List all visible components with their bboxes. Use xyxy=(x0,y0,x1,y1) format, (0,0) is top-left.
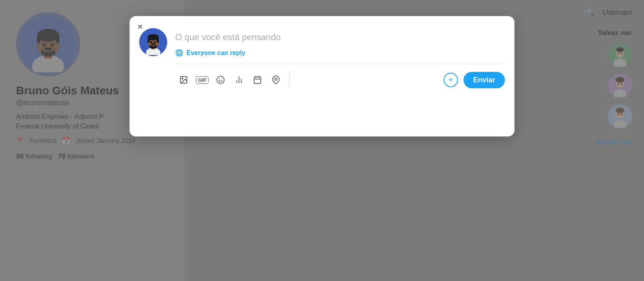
svg-point-38 xyxy=(154,41,156,43)
divider xyxy=(175,64,505,64)
compose-toolbar: GIF xyxy=(175,71,505,88)
poll-button[interactable] xyxy=(231,71,247,88)
user-avatar xyxy=(139,28,167,56)
location-button[interactable] xyxy=(267,71,284,88)
close-button[interactable]: × xyxy=(138,22,143,31)
svg-point-54 xyxy=(275,78,277,80)
svg-rect-50 xyxy=(254,77,261,84)
reply-setting-label: Everyone can reply xyxy=(186,49,245,57)
modal-overlay: × xyxy=(0,0,644,281)
emoji-button[interactable] xyxy=(212,71,229,88)
svg-rect-36 xyxy=(157,38,159,43)
add-thread-button[interactable]: + xyxy=(444,73,458,87)
modal-body: O que você está pensando 🌐 Everyone can … xyxy=(139,28,505,88)
compose-placeholder[interactable]: O que você está pensando xyxy=(175,32,505,43)
compose-modal: × xyxy=(130,16,514,136)
svg-point-37 xyxy=(150,41,152,43)
submit-button[interactable]: Enviar xyxy=(464,72,505,88)
svg-point-43 xyxy=(182,78,183,79)
gif-label: GIF xyxy=(196,76,209,84)
gif-button[interactable]: GIF xyxy=(194,71,211,88)
image-button[interactable] xyxy=(175,71,192,88)
globe-icon: 🌐 xyxy=(175,49,183,57)
toolbar-separator xyxy=(289,73,290,87)
compose-content: O que você está pensando 🌐 Everyone can … xyxy=(175,28,505,88)
reply-setting[interactable]: 🌐 Everyone can reply xyxy=(175,49,505,57)
svg-point-44 xyxy=(217,76,224,83)
svg-point-41 xyxy=(151,43,156,45)
svg-rect-35 xyxy=(148,38,150,43)
schedule-button[interactable] xyxy=(249,71,266,88)
